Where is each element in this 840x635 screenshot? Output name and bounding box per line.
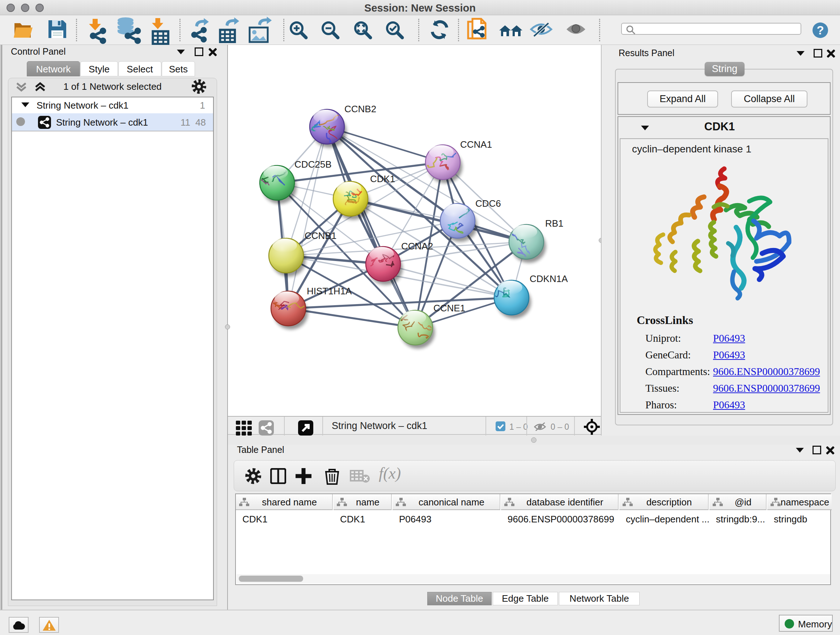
svg-text:CCNB2: CCNB2 (344, 103, 376, 114)
svg-text:HIST1H1A: HIST1H1A (307, 286, 352, 296)
svg-text:CDKN1A: CDKN1A (530, 273, 568, 284)
svg-text:CDC25B: CDC25B (294, 159, 332, 170)
svg-text:CCNA2: CCNA2 (401, 241, 433, 252)
svg-text:CCNA1: CCNA1 (460, 139, 492, 150)
svg-text:CDK1: CDK1 (370, 173, 395, 184)
svg-text:CCNB1: CCNB1 (305, 230, 336, 241)
svg-text:CCNE1: CCNE1 (433, 302, 465, 314)
svg-text:CDC6: CDC6 (475, 198, 501, 209)
svg-text:RB1: RB1 (545, 218, 564, 229)
